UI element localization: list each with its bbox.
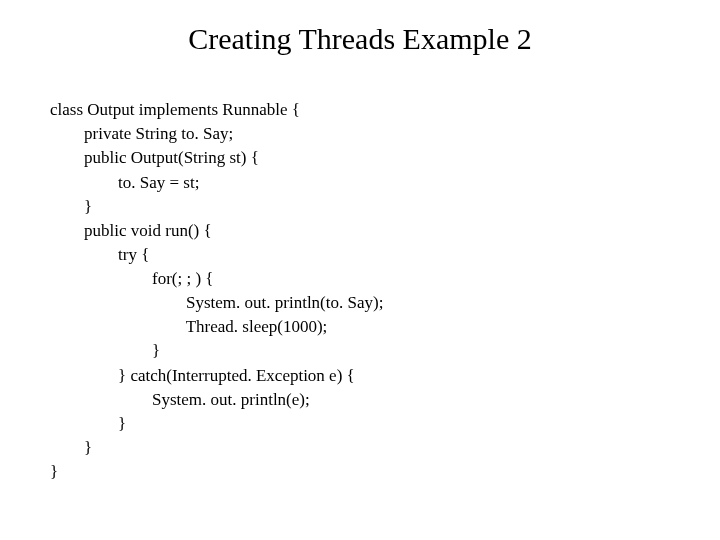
code-line: for(; ; ) { bbox=[50, 269, 214, 288]
code-line: class Output implements Runnable { bbox=[50, 100, 300, 119]
code-line: System. out. println(to. Say); bbox=[50, 293, 383, 312]
code-line: Thread. sleep(1000); bbox=[50, 317, 327, 336]
code-line: } bbox=[50, 414, 126, 433]
slide-title: Creating Threads Example 2 bbox=[0, 0, 720, 74]
code-line: public void run() { bbox=[50, 221, 212, 240]
code-block: class Output implements Runnable { priva… bbox=[0, 74, 720, 484]
code-line: public Output(String st) { bbox=[50, 148, 259, 167]
code-line: } catch(Interrupted. Exception e) { bbox=[50, 366, 355, 385]
code-line: } bbox=[50, 341, 160, 360]
code-line: System. out. println(e); bbox=[50, 390, 310, 409]
code-line: to. Say = st; bbox=[50, 173, 199, 192]
code-line: try { bbox=[50, 245, 149, 264]
code-line: } bbox=[50, 197, 92, 216]
code-line: } bbox=[50, 438, 92, 457]
code-line: } bbox=[50, 462, 58, 481]
code-line: private String to. Say; bbox=[50, 124, 233, 143]
slide: Creating Threads Example 2 class Output … bbox=[0, 0, 720, 540]
